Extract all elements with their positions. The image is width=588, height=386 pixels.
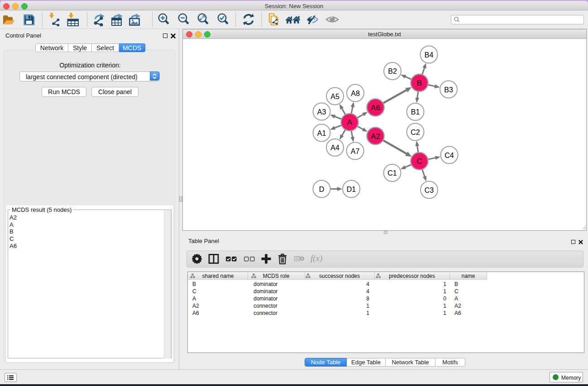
svg-text:A7: A7 xyxy=(351,148,360,155)
svg-text:D1: D1 xyxy=(347,186,356,193)
svg-text:B1: B1 xyxy=(411,108,420,116)
svg-text:A1: A1 xyxy=(317,129,326,137)
svg-text:B: B xyxy=(417,79,422,87)
svg-text:A4: A4 xyxy=(330,144,339,152)
svg-text:B3: B3 xyxy=(444,86,453,94)
svg-text:A8: A8 xyxy=(351,90,360,97)
svg-text:A5: A5 xyxy=(330,93,339,100)
svg-text:C2: C2 xyxy=(411,129,420,136)
svg-text:B2: B2 xyxy=(388,67,397,75)
svg-text:A: A xyxy=(347,118,353,127)
svg-text:A3: A3 xyxy=(317,108,326,116)
svg-text:A2: A2 xyxy=(371,132,380,141)
svg-text:C4: C4 xyxy=(445,152,454,159)
svg-text:C3: C3 xyxy=(425,186,434,194)
svg-text:B4: B4 xyxy=(425,51,434,59)
svg-text:C: C xyxy=(416,157,422,166)
svg-text:C1: C1 xyxy=(387,169,397,177)
svg-text:D: D xyxy=(319,186,325,193)
svg-text:A6: A6 xyxy=(371,104,380,112)
